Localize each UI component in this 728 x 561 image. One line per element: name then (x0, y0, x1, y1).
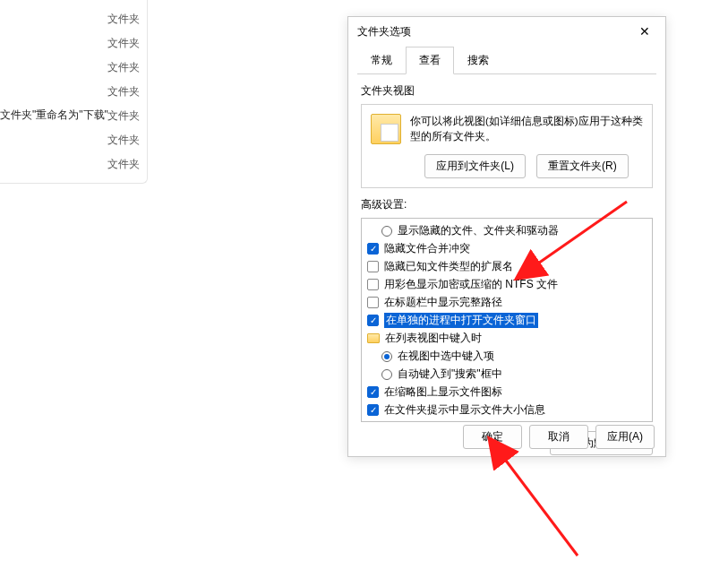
ok-button[interactable]: 确定 (463, 425, 522, 449)
folder-view-label: 文件夹视图 (361, 83, 653, 99)
list-item: 文件夹 (107, 31, 161, 56)
folder-view-box: 你可以将此视图(如详细信息或图标)应用于这种类型的所有文件夹。 应用到文件夹(L… (361, 104, 653, 188)
advanced-section: 高级设置: 显示隐藏的文件、文件夹和驱动器✓隐藏文件合并冲突隐藏已知文件类型的扩… (361, 197, 653, 422)
checkbox[interactable] (367, 261, 379, 272)
radio[interactable] (381, 226, 392, 237)
checkbox[interactable]: ✓ (367, 243, 379, 255)
titlebar: 文件夹选项 ✕ (348, 17, 665, 46)
bg-sidebar-list: 文件夹 文件夹 文件夹 文件夹 文件夹 文件夹 文件夹 (107, 7, 161, 177)
checkbox[interactable]: ✓ (367, 404, 379, 416)
tree-row[interactable]: ✓隐藏文件合并冲突 (367, 240, 647, 258)
tree-row[interactable]: 在列表视图中键入时 (367, 330, 647, 348)
tree-row[interactable]: 在标题栏中显示完整路径 (367, 294, 647, 312)
list-item: 文件夹 (107, 7, 161, 31)
reset-folders-button[interactable]: 重置文件夹(R) (536, 154, 629, 178)
dialog-title: 文件夹选项 (357, 24, 411, 39)
list-item: 文件夹 (107, 104, 161, 128)
tree-item-label: 在列表视图中键入时 (385, 331, 482, 346)
apply-to-folders-button[interactable]: 应用到文件夹(L) (424, 154, 526, 178)
close-button[interactable]: ✕ (631, 21, 658, 42)
tree-row[interactable]: ✓在缩略图上显示文件图标 (367, 384, 647, 401)
advanced-label: 高级设置: (361, 197, 653, 212)
apply-button[interactable]: 应用(A) (595, 425, 655, 449)
list-item: 文件夹 (107, 80, 161, 104)
tree-row[interactable]: ✓在单独的进程中打开文件夹窗口 (367, 312, 647, 330)
folder-options-dialog: 文件夹选项 ✕ 常规 查看 搜索 文件夹视图 你可以将此视图(如详细信息或图标)… (347, 16, 666, 457)
checkbox[interactable] (367, 297, 379, 308)
folder-view-icon (371, 114, 401, 144)
tree-item-label: 自动键入到"搜索"框中 (398, 367, 502, 382)
folder-view-section: 文件夹视图 你可以将此视图(如详细信息或图标)应用于这种类型的所有文件夹。 应用… (361, 83, 653, 188)
checkbox[interactable]: ✓ (367, 386, 379, 398)
folder-view-desc: 你可以将此视图(如详细信息或图标)应用于这种类型的所有文件夹。 (410, 114, 643, 145)
tree-row[interactable]: 在视图中选中键入项 (367, 348, 647, 366)
tree-item-label: 显示隐藏的文件、文件夹和驱动器 (398, 223, 559, 238)
tree-item-label: 在文件夹提示中显示文件大小信息 (384, 402, 545, 418)
folder-icon (367, 333, 380, 343)
tree-row[interactable]: 隐藏已知文件类型的扩展名 (367, 258, 647, 276)
tree-item-label: 隐藏已知文件类型的扩展名 (384, 259, 513, 274)
radio[interactable] (381, 351, 392, 362)
list-item: 文件夹 (107, 128, 161, 152)
tab-search[interactable]: 搜索 (454, 47, 502, 74)
list-item: 文件夹 (107, 152, 161, 177)
tree-row[interactable]: 自动键入到"搜索"框中 (367, 366, 647, 384)
tree-item-label: 在缩略图上显示文件图标 (384, 384, 502, 400)
tree-item-label: 在单独的进程中打开文件夹窗口 (384, 313, 538, 328)
cancel-button[interactable]: 取消 (529, 425, 588, 449)
checkbox[interactable]: ✓ (367, 315, 379, 326)
radio[interactable] (381, 369, 392, 380)
tree-row[interactable]: 用彩色显示加密或压缩的 NTFS 文件 (367, 276, 647, 294)
tree-item-label: 在视图中选中键入项 (398, 349, 494, 364)
svg-line-1 (503, 457, 578, 556)
bg-caption: 文件夹"重命名为"下载" (0, 108, 108, 123)
tab-strip: 常规 查看 搜索 (357, 46, 656, 74)
tab-view[interactable]: 查看 (406, 47, 454, 74)
list-item: 文件夹 (107, 56, 161, 80)
tree-item-label: 用彩色显示加密或压缩的 NTFS 文件 (384, 277, 558, 292)
tree-item-label: 隐藏文件合并冲突 (384, 241, 470, 256)
advanced-settings-tree[interactable]: 显示隐藏的文件、文件夹和驱动器✓隐藏文件合并冲突隐藏已知文件类型的扩展名用彩色显… (361, 218, 653, 422)
dialog-footer: 确定 取消 应用(A) (348, 417, 665, 456)
checkbox[interactable] (367, 279, 379, 290)
tree-item-label: 在标题栏中显示完整路径 (384, 295, 502, 310)
tab-general[interactable]: 常规 (357, 47, 406, 74)
tree-row[interactable]: 显示隐藏的文件、文件夹和驱动器 (367, 222, 647, 240)
